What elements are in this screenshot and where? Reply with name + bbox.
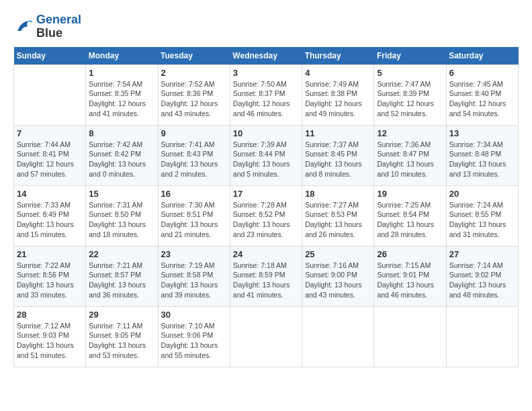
day-number: 16 [161,189,227,199]
calendar-cell: 25Sunrise: 7:16 AM Sunset: 9:00 PM Dayli… [302,246,374,306]
day-number: 20 [449,189,515,199]
calendar-cell: 23Sunrise: 7:19 AM Sunset: 8:58 PM Dayli… [158,246,230,306]
day-number: 9 [161,128,227,138]
calendar-week-row: 1Sunrise: 7:54 AM Sunset: 8:35 PM Daylig… [14,64,519,125]
calendar-cell: 30Sunrise: 7:10 AM Sunset: 9:06 PM Dayli… [158,306,230,367]
weekday-header: Saturday [446,47,518,65]
day-info: Sunrise: 7:44 AM Sunset: 8:41 PM Dayligh… [17,140,83,179]
calendar-cell [374,306,446,367]
day-info: Sunrise: 7:24 AM Sunset: 8:55 PM Dayligh… [449,200,515,240]
calendar-week-row: 28Sunrise: 7:12 AM Sunset: 9:03 PM Dayli… [14,306,519,367]
calendar-cell: 15Sunrise: 7:31 AM Sunset: 8:50 PM Dayli… [86,185,158,246]
calendar-cell: 6Sunrise: 7:45 AM Sunset: 8:40 PM Daylig… [446,64,518,125]
day-number: 29 [89,310,154,320]
day-number: 15 [89,189,154,199]
day-number: 2 [161,68,227,78]
day-info: Sunrise: 7:34 AM Sunset: 8:48 PM Dayligh… [449,140,515,179]
calendar-cell [14,64,86,125]
day-info: Sunrise: 7:14 AM Sunset: 9:02 PM Dayligh… [449,261,515,300]
calendar-cell: 12Sunrise: 7:36 AM Sunset: 8:47 PM Dayli… [374,125,446,185]
calendar-cell: 14Sunrise: 7:33 AM Sunset: 8:49 PM Dayli… [14,185,86,246]
day-info: Sunrise: 7:42 AM Sunset: 8:42 PM Dayligh… [89,140,154,179]
day-info: Sunrise: 7:12 AM Sunset: 9:03 PM Dayligh… [17,321,83,361]
weekday-header: Friday [374,47,446,65]
day-number: 8 [89,128,154,138]
weekday-header-row: SundayMondayTuesdayWednesdayThursdayFrid… [14,47,519,65]
day-info: Sunrise: 7:18 AM Sunset: 8:59 PM Dayligh… [233,261,299,300]
day-number: 30 [161,310,227,320]
weekday-header: Monday [86,47,158,65]
calendar-cell: 3Sunrise: 7:50 AM Sunset: 8:37 PM Daylig… [230,64,302,125]
day-info: Sunrise: 7:54 AM Sunset: 8:35 PM Dayligh… [89,79,154,119]
logo: General Blue [13,13,81,40]
calendar-cell [302,306,374,367]
weekday-header: Tuesday [158,47,230,65]
day-info: Sunrise: 7:39 AM Sunset: 8:44 PM Dayligh… [233,140,299,179]
day-info: Sunrise: 7:49 AM Sunset: 8:38 PM Dayligh… [305,79,371,119]
day-number: 12 [377,128,443,138]
logo-text: General Blue [36,13,81,40]
day-number: 23 [161,249,227,259]
day-info: Sunrise: 7:11 AM Sunset: 9:05 PM Dayligh… [89,321,154,361]
calendar-cell: 1Sunrise: 7:54 AM Sunset: 8:35 PM Daylig… [86,64,158,125]
day-number: 6 [449,68,515,78]
calendar-cell [230,306,302,367]
calendar-cell: 19Sunrise: 7:25 AM Sunset: 8:54 PM Dayli… [374,185,446,246]
calendar-cell: 28Sunrise: 7:12 AM Sunset: 9:03 PM Dayli… [14,306,86,367]
day-info: Sunrise: 7:52 AM Sunset: 8:36 PM Dayligh… [161,79,227,119]
calendar-table: SundayMondayTuesdayWednesdayThursdayFrid… [13,47,519,367]
day-number: 19 [377,189,443,199]
day-number: 11 [305,128,371,138]
day-info: Sunrise: 7:10 AM Sunset: 9:06 PM Dayligh… [161,321,227,361]
calendar-cell: 20Sunrise: 7:24 AM Sunset: 8:55 PM Dayli… [446,185,518,246]
day-number: 21 [17,249,83,259]
day-number: 14 [17,189,83,199]
day-info: Sunrise: 7:19 AM Sunset: 8:58 PM Dayligh… [161,261,227,300]
day-info: Sunrise: 7:30 AM Sunset: 8:51 PM Dayligh… [161,200,227,240]
calendar-cell: 29Sunrise: 7:11 AM Sunset: 9:05 PM Dayli… [86,306,158,367]
day-info: Sunrise: 7:22 AM Sunset: 8:56 PM Dayligh… [17,261,83,300]
weekday-header: Sunday [14,47,86,65]
day-info: Sunrise: 7:36 AM Sunset: 8:47 PM Dayligh… [377,140,443,179]
calendar-cell: 9Sunrise: 7:41 AM Sunset: 8:43 PM Daylig… [158,125,230,185]
day-number: 25 [305,249,371,259]
day-number: 18 [305,189,371,199]
weekday-header: Wednesday [230,47,302,65]
calendar-cell: 11Sunrise: 7:37 AM Sunset: 8:45 PM Dayli… [302,125,374,185]
day-info: Sunrise: 7:31 AM Sunset: 8:50 PM Dayligh… [89,200,154,240]
calendar-cell: 17Sunrise: 7:28 AM Sunset: 8:52 PM Dayli… [230,185,302,246]
calendar-week-row: 7Sunrise: 7:44 AM Sunset: 8:41 PM Daylig… [14,125,519,185]
day-info: Sunrise: 7:27 AM Sunset: 8:53 PM Dayligh… [305,200,371,240]
day-number: 17 [233,189,299,199]
day-info: Sunrise: 7:47 AM Sunset: 8:39 PM Dayligh… [377,79,443,119]
day-info: Sunrise: 7:16 AM Sunset: 9:00 PM Dayligh… [305,261,371,300]
calendar-cell: 4Sunrise: 7:49 AM Sunset: 8:38 PM Daylig… [302,64,374,125]
day-info: Sunrise: 7:41 AM Sunset: 8:43 PM Dayligh… [161,140,227,179]
calendar-cell [446,306,518,367]
calendar-cell: 22Sunrise: 7:21 AM Sunset: 8:57 PM Dayli… [86,246,158,306]
calendar-cell: 21Sunrise: 7:22 AM Sunset: 8:56 PM Dayli… [14,246,86,306]
day-number: 27 [449,249,515,259]
day-number: 24 [233,249,299,259]
day-info: Sunrise: 7:28 AM Sunset: 8:52 PM Dayligh… [233,200,299,240]
day-number: 3 [233,68,299,78]
calendar-week-row: 21Sunrise: 7:22 AM Sunset: 8:56 PM Dayli… [14,246,519,306]
day-number: 1 [89,68,154,78]
calendar-cell: 24Sunrise: 7:18 AM Sunset: 8:59 PM Dayli… [230,246,302,306]
calendar-week-row: 14Sunrise: 7:33 AM Sunset: 8:49 PM Dayli… [14,185,519,246]
calendar-cell: 10Sunrise: 7:39 AM Sunset: 8:44 PM Dayli… [230,125,302,185]
day-info: Sunrise: 7:50 AM Sunset: 8:37 PM Dayligh… [233,79,299,119]
calendar-cell: 13Sunrise: 7:34 AM Sunset: 8:48 PM Dayli… [446,125,518,185]
day-number: 7 [17,128,83,138]
day-info: Sunrise: 7:15 AM Sunset: 9:01 PM Dayligh… [377,261,443,300]
day-number: 22 [89,249,154,259]
day-info: Sunrise: 7:25 AM Sunset: 8:54 PM Dayligh… [377,200,443,240]
day-number: 5 [377,68,443,78]
day-number: 10 [233,128,299,138]
day-number: 4 [305,68,371,78]
calendar-cell: 16Sunrise: 7:30 AM Sunset: 8:51 PM Dayli… [158,185,230,246]
day-number: 26 [377,249,443,259]
logo-icon [13,17,34,37]
weekday-header: Thursday [302,47,374,65]
calendar-cell: 27Sunrise: 7:14 AM Sunset: 9:02 PM Dayli… [446,246,518,306]
